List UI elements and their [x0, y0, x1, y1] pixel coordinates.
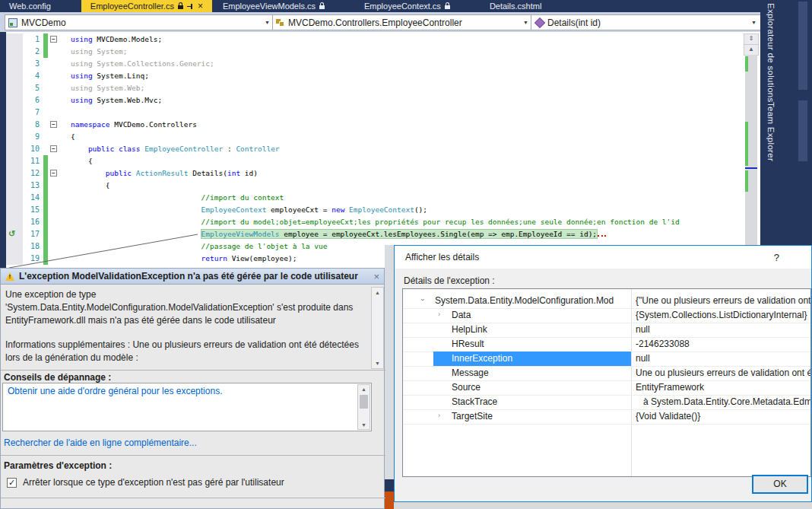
- scroll-up-icon[interactable]: ▲: [358, 387, 370, 392]
- fold-collapse-icon[interactable]: −: [50, 145, 57, 152]
- code-line-5[interactable]: 5using System.Web;: [6, 82, 760, 94]
- indent: [71, 230, 201, 238]
- tab-details-cshtml[interactable]: Details.cshtml: [481, 0, 550, 12]
- indent: [71, 254, 201, 262]
- code-line-8[interactable]: 8−namespace MVCDemo.Controllers: [6, 119, 760, 131]
- code-line-12[interactable]: 12− public ActionResult Details(int id): [6, 167, 760, 180]
- breakpoint-margin[interactable]: [6, 107, 23, 119]
- splitter-handle-icon[interactable]: ⇕: [744, 33, 759, 45]
- pin-icon[interactable]: [187, 3, 194, 10]
- code-line-3[interactable]: 3using System.Collections.Generic;: [6, 58, 760, 70]
- vertical-tab-team-explorer[interactable]: Team Explorer: [766, 102, 776, 161]
- collapsed-left-panel-edge[interactable]: [0, 32, 6, 268]
- tree-row-helplink[interactable]: HelpLinknull: [403, 323, 810, 338]
- tree-row-system-data-entity-modelconfiguration-mo[interactable]: ›System.Data.Entity.ModelConfiguration.M…: [403, 294, 810, 309]
- general-help-link[interactable]: Obtenir une aide d'ordre général pour le…: [8, 386, 222, 396]
- code-line-6[interactable]: 6using System.Web.Mvc;: [6, 94, 760, 107]
- tab-employeecontroller-cs[interactable]: EmployeeController.cs×: [81, 0, 212, 12]
- code-token: :: [223, 145, 236, 153]
- divider: [1, 455, 385, 456]
- indent: [71, 193, 201, 202]
- fold-collapse-icon[interactable]: −: [50, 121, 57, 128]
- tips-scrollbar[interactable]: ▲ ▼: [357, 384, 370, 430]
- fold-margin: [48, 131, 60, 143]
- member-dropdown[interactable]: Details(int id) ▼: [531, 14, 762, 30]
- breakpoint-margin[interactable]: [6, 204, 23, 216]
- tab-employeecontext-cs[interactable]: EmployeeContext.cs: [355, 0, 459, 12]
- tree-row-innerexception[interactable]: InnerExceptionnull: [403, 352, 810, 367]
- tab-web-config[interactable]: Web.config: [0, 0, 60, 12]
- code-line-10[interactable]: 10− public class EmployeeController : Co…: [6, 143, 760, 155]
- dialog-titlebar[interactable]: Afficher les détails ?: [395, 246, 811, 269]
- code-line-17[interactable]: ↺17 EmployeeViewModels employee = employ…: [6, 228, 760, 240]
- chevron-down-icon: ▼: [751, 20, 758, 25]
- fold-collapse-icon[interactable]: −: [50, 36, 57, 43]
- code-text: {: [60, 180, 110, 192]
- code-text: using System.Collections.Generic;: [60, 58, 214, 70]
- code-line-11[interactable]: 11 {: [6, 155, 760, 167]
- breakpoint-margin[interactable]: [6, 58, 23, 70]
- scroll-up-icon[interactable]: ▲: [372, 290, 383, 295]
- close-icon[interactable]: ×: [373, 271, 379, 282]
- code-line-9[interactable]: 9{: [6, 131, 760, 143]
- breakpoint-margin[interactable]: [6, 119, 23, 131]
- breakpoint-margin[interactable]: [6, 143, 23, 155]
- line-number: 13: [23, 180, 43, 192]
- scrollbar-thumb[interactable]: [360, 395, 368, 409]
- tab-employeeviewmodels-cs[interactable]: EmployeeViewModels.cs: [214, 0, 334, 12]
- fold-margin: −: [48, 167, 60, 180]
- scroll-down-icon[interactable]: ▼: [372, 361, 383, 366]
- chevron-collapsed-icon[interactable]: ›: [438, 310, 440, 318]
- type-dropdown[interactable]: MVCDemo.Controllers.EmployeeController ▼: [272, 14, 534, 30]
- code-line-4[interactable]: 4using System.Linq;: [6, 70, 760, 82]
- breakpoint-margin[interactable]: [6, 82, 23, 94]
- code-line-13[interactable]: 13 {: [6, 180, 760, 192]
- code-line-2[interactable]: 2using System;: [6, 46, 760, 58]
- tree-row-source[interactable]: SourceEntityFramework: [403, 380, 810, 396]
- help-icon[interactable]: ?: [774, 252, 779, 263]
- breakpoint-margin[interactable]: [6, 70, 23, 82]
- tree-row-stacktrace[interactable]: StackTrace à System.Data.Entity.Core.Met…: [403, 395, 810, 410]
- breakpoint-margin[interactable]: [6, 216, 23, 228]
- breakpoint-margin[interactable]: [6, 131, 23, 143]
- breakpoint-margin[interactable]: [6, 33, 23, 46]
- code-line-14[interactable]: 14 //import du context: [6, 192, 760, 204]
- break-on-exception-checkbox[interactable]: ✓: [7, 478, 17, 488]
- breakpoint-margin[interactable]: [6, 155, 23, 167]
- tree-row-hresult[interactable]: HResult-2146233088: [403, 337, 810, 352]
- document-tab-bar: Web.configEmployeeController.cs×Employee…: [0, 0, 760, 12]
- code-line-7[interactable]: 7: [6, 107, 760, 119]
- scroll-down-icon[interactable]: ▼: [358, 422, 370, 428]
- breakpoint-margin[interactable]: [6, 180, 23, 192]
- breakpoint-margin[interactable]: [6, 94, 23, 107]
- method-icon: [534, 17, 545, 27]
- area-below-dialog: [394, 502, 812, 509]
- chevron-collapsed-icon[interactable]: ›: [438, 412, 440, 419]
- fold-collapse-icon[interactable]: −: [50, 170, 57, 177]
- divider: [1, 370, 385, 371]
- tree-row-message[interactable]: MessageUne ou plusieurs erreurs de valid…: [403, 366, 810, 381]
- exception-message-line2: Informations supplémentaires : Une ou pl…: [5, 339, 363, 364]
- code-line-16[interactable]: 16 //import du model;objet=employeeCxt;l…: [6, 216, 760, 228]
- code-line-1[interactable]: 1−using MVCDemo.Models;: [6, 33, 760, 46]
- scroll-up-icon[interactable]: ▲: [744, 44, 759, 56]
- close-icon[interactable]: ×: [198, 2, 203, 10]
- breakpoint-margin[interactable]: [6, 46, 23, 58]
- tree-row-data[interactable]: ›Data{System.Collections.ListDictionaryI…: [403, 308, 810, 323]
- tree-row-targetsite[interactable]: ›TargetSite{Void Validate()}: [403, 409, 810, 425]
- breakpoint-margin[interactable]: [6, 192, 23, 204]
- project-dropdown[interactable]: MVCDemo ▼: [5, 14, 275, 30]
- ok-button[interactable]: OK: [752, 475, 808, 494]
- chevron-expanded-icon[interactable]: ›: [419, 299, 427, 301]
- breakpoint-margin[interactable]: [6, 240, 23, 253]
- message-scrollbar[interactable]: ▲ ▼: [371, 287, 384, 369]
- code-line-15[interactable]: 15 EmployeeContext employeeCxt = new Emp…: [6, 204, 760, 216]
- breakpoint-margin[interactable]: [6, 253, 23, 265]
- breakpoint-margin[interactable]: ↺: [6, 228, 23, 240]
- breakpoint-margin[interactable]: [6, 167, 23, 180]
- line-number: 14: [23, 192, 43, 204]
- fold-margin: [48, 192, 60, 204]
- online-help-link[interactable]: Rechercher de l'aide en ligne complément…: [4, 437, 197, 448]
- fold-margin: [48, 253, 60, 265]
- vertical-tab-explorateur-de-solutions[interactable]: Explorateur de solutions: [766, 3, 776, 103]
